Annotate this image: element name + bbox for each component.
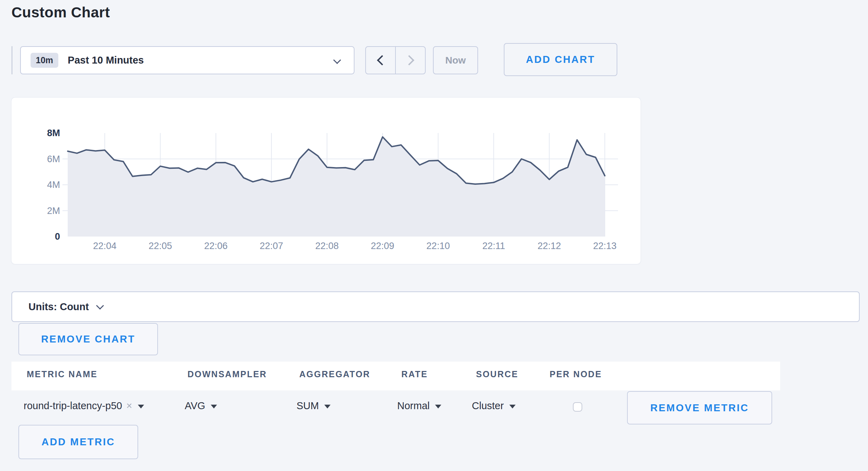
- col-header-rate: RATE: [401, 369, 428, 379]
- step-back-button[interactable]: [366, 47, 395, 74]
- time-range-label: Past 10 Minutes: [68, 55, 144, 66]
- add-metric-button[interactable]: ADD METRIC: [18, 425, 138, 459]
- metric-chart-card[interactable]: 22:0422:0522:0622:0722:0822:0922:1022:11…: [11, 98, 641, 264]
- caret-down-icon: [211, 405, 217, 408]
- rate-value: Normal: [397, 400, 429, 412]
- caret-down-icon: [138, 405, 144, 408]
- svg-text:22:12: 22:12: [537, 241, 561, 251]
- time-step-group: [365, 46, 426, 74]
- svg-text:6M: 6M: [47, 154, 60, 164]
- source-select[interactable]: Cluster: [472, 400, 516, 412]
- add-chart-button[interactable]: ADD CHART: [504, 43, 617, 76]
- col-header-downsampler: DOWNSAMPLER: [187, 369, 267, 379]
- aggregator-select[interactable]: SUM: [297, 400, 331, 412]
- metric-name-value: round-trip-latency-p50: [24, 400, 122, 412]
- downsampler-value: AVG: [185, 400, 205, 412]
- remove-chart-button[interactable]: REMOVE CHART: [18, 323, 158, 355]
- svg-text:8M: 8M: [47, 128, 60, 138]
- units-label: Units: Count: [28, 301, 89, 313]
- caret-down-icon: [509, 405, 516, 408]
- col-header-per-node: PER NODE: [550, 369, 602, 379]
- custom-chart-page: Custom Chart 10m Past 10 Minutes Now ADD…: [0, 0, 868, 471]
- svg-text:0: 0: [55, 231, 60, 242]
- col-header-source: SOURCE: [476, 369, 518, 379]
- metrics-table-header: [11, 362, 780, 390]
- time-range-badge: 10m: [31, 53, 58, 68]
- svg-text:22:04: 22:04: [93, 241, 117, 251]
- remove-metric-button[interactable]: REMOVE METRIC: [627, 391, 772, 424]
- svg-text:22:05: 22:05: [149, 241, 172, 251]
- metric-name-select[interactable]: round-trip-latency-p50 ×: [24, 400, 144, 412]
- area-chart[interactable]: 22:0422:0522:0622:0722:0822:0922:1022:11…: [11, 98, 641, 264]
- time-range-dropdown[interactable]: 10m Past 10 Minutes: [20, 46, 354, 74]
- caret-down-icon: [324, 405, 331, 408]
- col-header-metric-name: METRIC NAME: [27, 369, 98, 379]
- svg-text:22:11: 22:11: [482, 241, 505, 251]
- clear-metric-icon[interactable]: ×: [126, 400, 132, 412]
- page-title: Custom Chart: [11, 4, 110, 21]
- downsampler-select[interactable]: AVG: [185, 400, 217, 412]
- svg-text:22:10: 22:10: [426, 241, 450, 251]
- svg-text:22:13: 22:13: [593, 241, 617, 251]
- chevron-right-icon: [404, 55, 414, 66]
- svg-text:22:08: 22:08: [315, 241, 339, 251]
- caret-down-icon: [435, 405, 441, 408]
- rate-select[interactable]: Normal: [397, 400, 441, 412]
- aggregator-value: SUM: [297, 400, 319, 412]
- svg-text:22:06: 22:06: [204, 241, 228, 251]
- units-dropdown[interactable]: Units: Count: [11, 291, 860, 322]
- source-value: Cluster: [472, 400, 504, 412]
- chevron-left-icon: [377, 55, 387, 66]
- svg-text:22:09: 22:09: [371, 241, 394, 251]
- chevron-down-icon: [333, 56, 341, 64]
- svg-text:4M: 4M: [47, 180, 60, 190]
- chevron-down-icon: [96, 302, 104, 310]
- col-header-aggregator: AGGREGATOR: [299, 369, 370, 379]
- left-rule-divider: [11, 46, 12, 74]
- now-button[interactable]: Now: [433, 46, 478, 74]
- svg-text:22:07: 22:07: [260, 241, 283, 251]
- step-forward-button[interactable]: [395, 47, 425, 74]
- svg-text:2M: 2M: [47, 206, 60, 216]
- per-node-checkbox[interactable]: [573, 402, 582, 412]
